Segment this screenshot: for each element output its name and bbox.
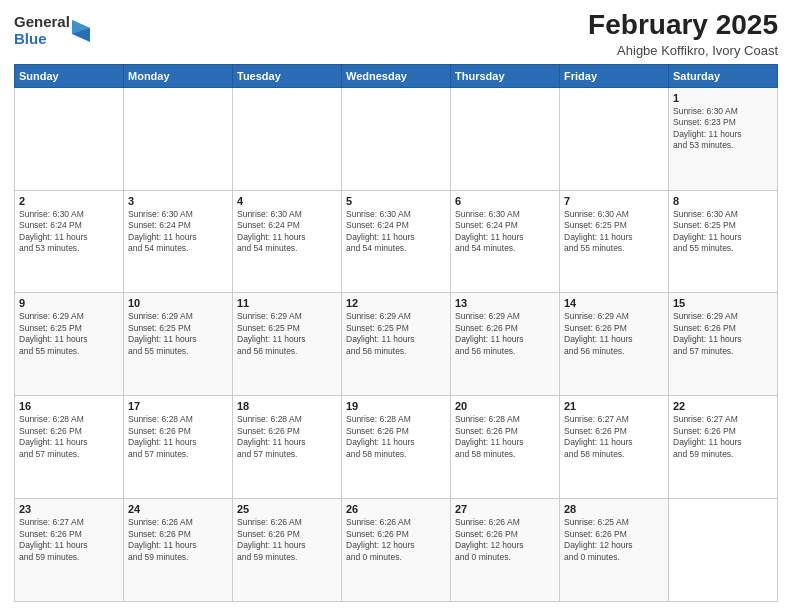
calendar-body: 1Sunrise: 6:30 AM Sunset: 6:23 PM Daylig…: [15, 87, 778, 601]
day-number: 2: [19, 195, 119, 207]
calendar-cell: [233, 87, 342, 190]
day-info: Sunrise: 6:30 AM Sunset: 6:24 PM Dayligh…: [346, 209, 446, 255]
calendar-cell: 16Sunrise: 6:28 AM Sunset: 6:26 PM Dayli…: [15, 396, 124, 499]
header-day-saturday: Saturday: [669, 64, 778, 87]
calendar-cell: 23Sunrise: 6:27 AM Sunset: 6:26 PM Dayli…: [15, 499, 124, 602]
calendar-cell: 18Sunrise: 6:28 AM Sunset: 6:26 PM Dayli…: [233, 396, 342, 499]
calendar-cell: 27Sunrise: 6:26 AM Sunset: 6:26 PM Dayli…: [451, 499, 560, 602]
calendar-cell: 1Sunrise: 6:30 AM Sunset: 6:23 PM Daylig…: [669, 87, 778, 190]
calendar-cell: 19Sunrise: 6:28 AM Sunset: 6:26 PM Dayli…: [342, 396, 451, 499]
day-number: 21: [564, 400, 664, 412]
day-info: Sunrise: 6:26 AM Sunset: 6:26 PM Dayligh…: [346, 517, 446, 563]
calendar-header: SundayMondayTuesdayWednesdayThursdayFrid…: [15, 64, 778, 87]
header-row: SundayMondayTuesdayWednesdayThursdayFrid…: [15, 64, 778, 87]
day-info: Sunrise: 6:28 AM Sunset: 6:26 PM Dayligh…: [128, 414, 228, 460]
day-number: 18: [237, 400, 337, 412]
day-number: 4: [237, 195, 337, 207]
day-number: 9: [19, 297, 119, 309]
calendar-cell: 25Sunrise: 6:26 AM Sunset: 6:26 PM Dayli…: [233, 499, 342, 602]
day-number: 3: [128, 195, 228, 207]
calendar-cell: 24Sunrise: 6:26 AM Sunset: 6:26 PM Dayli…: [124, 499, 233, 602]
header-day-thursday: Thursday: [451, 64, 560, 87]
calendar-page: General Blue February 2025 Ahigbe Koffik…: [0, 0, 792, 612]
calendar-cell: 20Sunrise: 6:28 AM Sunset: 6:26 PM Dayli…: [451, 396, 560, 499]
day-info: Sunrise: 6:30 AM Sunset: 6:24 PM Dayligh…: [128, 209, 228, 255]
day-info: Sunrise: 6:30 AM Sunset: 6:25 PM Dayligh…: [564, 209, 664, 255]
day-info: Sunrise: 6:27 AM Sunset: 6:26 PM Dayligh…: [564, 414, 664, 460]
page-header: General Blue February 2025 Ahigbe Koffik…: [14, 10, 778, 58]
calendar-cell: 22Sunrise: 6:27 AM Sunset: 6:26 PM Dayli…: [669, 396, 778, 499]
calendar-cell: [560, 87, 669, 190]
day-number: 6: [455, 195, 555, 207]
calendar-cell: 28Sunrise: 6:25 AM Sunset: 6:26 PM Dayli…: [560, 499, 669, 602]
day-info: Sunrise: 6:29 AM Sunset: 6:25 PM Dayligh…: [346, 311, 446, 357]
logo-general: General: [14, 14, 70, 31]
logo-blue: Blue: [14, 31, 70, 48]
calendar-cell: 14Sunrise: 6:29 AM Sunset: 6:26 PM Dayli…: [560, 293, 669, 396]
calendar-cell: 13Sunrise: 6:29 AM Sunset: 6:26 PM Dayli…: [451, 293, 560, 396]
day-info: Sunrise: 6:30 AM Sunset: 6:23 PM Dayligh…: [673, 106, 773, 152]
week-row-3: 9Sunrise: 6:29 AM Sunset: 6:25 PM Daylig…: [15, 293, 778, 396]
day-number: 23: [19, 503, 119, 515]
title-block: February 2025 Ahigbe Koffikro, Ivory Coa…: [588, 10, 778, 58]
day-info: Sunrise: 6:30 AM Sunset: 6:24 PM Dayligh…: [19, 209, 119, 255]
logo: General Blue: [14, 14, 90, 47]
day-info: Sunrise: 6:30 AM Sunset: 6:24 PM Dayligh…: [237, 209, 337, 255]
day-number: 16: [19, 400, 119, 412]
header-day-tuesday: Tuesday: [233, 64, 342, 87]
day-number: 1: [673, 92, 773, 104]
day-info: Sunrise: 6:28 AM Sunset: 6:26 PM Dayligh…: [19, 414, 119, 460]
calendar-cell: 5Sunrise: 6:30 AM Sunset: 6:24 PM Daylig…: [342, 190, 451, 293]
calendar-cell: 21Sunrise: 6:27 AM Sunset: 6:26 PM Dayli…: [560, 396, 669, 499]
location-subtitle: Ahigbe Koffikro, Ivory Coast: [588, 43, 778, 58]
week-row-4: 16Sunrise: 6:28 AM Sunset: 6:26 PM Dayli…: [15, 396, 778, 499]
day-number: 27: [455, 503, 555, 515]
calendar-cell: 26Sunrise: 6:26 AM Sunset: 6:26 PM Dayli…: [342, 499, 451, 602]
day-info: Sunrise: 6:29 AM Sunset: 6:25 PM Dayligh…: [19, 311, 119, 357]
day-info: Sunrise: 6:30 AM Sunset: 6:24 PM Dayligh…: [455, 209, 555, 255]
header-day-friday: Friday: [560, 64, 669, 87]
day-number: 19: [346, 400, 446, 412]
day-number: 7: [564, 195, 664, 207]
calendar-cell: 12Sunrise: 6:29 AM Sunset: 6:25 PM Dayli…: [342, 293, 451, 396]
day-number: 11: [237, 297, 337, 309]
day-number: 15: [673, 297, 773, 309]
day-info: Sunrise: 6:29 AM Sunset: 6:25 PM Dayligh…: [237, 311, 337, 357]
day-info: Sunrise: 6:29 AM Sunset: 6:26 PM Dayligh…: [564, 311, 664, 357]
day-info: Sunrise: 6:27 AM Sunset: 6:26 PM Dayligh…: [673, 414, 773, 460]
calendar-cell: 2Sunrise: 6:30 AM Sunset: 6:24 PM Daylig…: [15, 190, 124, 293]
calendar-cell: [342, 87, 451, 190]
day-number: 13: [455, 297, 555, 309]
day-number: 28: [564, 503, 664, 515]
day-number: 8: [673, 195, 773, 207]
day-number: 5: [346, 195, 446, 207]
calendar-cell: [451, 87, 560, 190]
week-row-1: 1Sunrise: 6:30 AM Sunset: 6:23 PM Daylig…: [15, 87, 778, 190]
day-info: Sunrise: 6:26 AM Sunset: 6:26 PM Dayligh…: [128, 517, 228, 563]
calendar-table: SundayMondayTuesdayWednesdayThursdayFrid…: [14, 64, 778, 602]
logo-icon: [72, 20, 90, 42]
calendar-cell: 3Sunrise: 6:30 AM Sunset: 6:24 PM Daylig…: [124, 190, 233, 293]
day-info: Sunrise: 6:29 AM Sunset: 6:25 PM Dayligh…: [128, 311, 228, 357]
day-info: Sunrise: 6:27 AM Sunset: 6:26 PM Dayligh…: [19, 517, 119, 563]
day-number: 20: [455, 400, 555, 412]
calendar-cell: 7Sunrise: 6:30 AM Sunset: 6:25 PM Daylig…: [560, 190, 669, 293]
calendar-cell: 6Sunrise: 6:30 AM Sunset: 6:24 PM Daylig…: [451, 190, 560, 293]
week-row-2: 2Sunrise: 6:30 AM Sunset: 6:24 PM Daylig…: [15, 190, 778, 293]
day-info: Sunrise: 6:26 AM Sunset: 6:26 PM Dayligh…: [455, 517, 555, 563]
header-day-monday: Monday: [124, 64, 233, 87]
calendar-cell: 10Sunrise: 6:29 AM Sunset: 6:25 PM Dayli…: [124, 293, 233, 396]
day-number: 24: [128, 503, 228, 515]
day-number: 25: [237, 503, 337, 515]
day-info: Sunrise: 6:28 AM Sunset: 6:26 PM Dayligh…: [455, 414, 555, 460]
calendar-cell: [669, 499, 778, 602]
calendar-cell: [124, 87, 233, 190]
day-number: 12: [346, 297, 446, 309]
day-info: Sunrise: 6:28 AM Sunset: 6:26 PM Dayligh…: [237, 414, 337, 460]
day-info: Sunrise: 6:25 AM Sunset: 6:26 PM Dayligh…: [564, 517, 664, 563]
header-day-wednesday: Wednesday: [342, 64, 451, 87]
day-number: 26: [346, 503, 446, 515]
week-row-5: 23Sunrise: 6:27 AM Sunset: 6:26 PM Dayli…: [15, 499, 778, 602]
calendar-cell: 4Sunrise: 6:30 AM Sunset: 6:24 PM Daylig…: [233, 190, 342, 293]
day-info: Sunrise: 6:29 AM Sunset: 6:26 PM Dayligh…: [673, 311, 773, 357]
